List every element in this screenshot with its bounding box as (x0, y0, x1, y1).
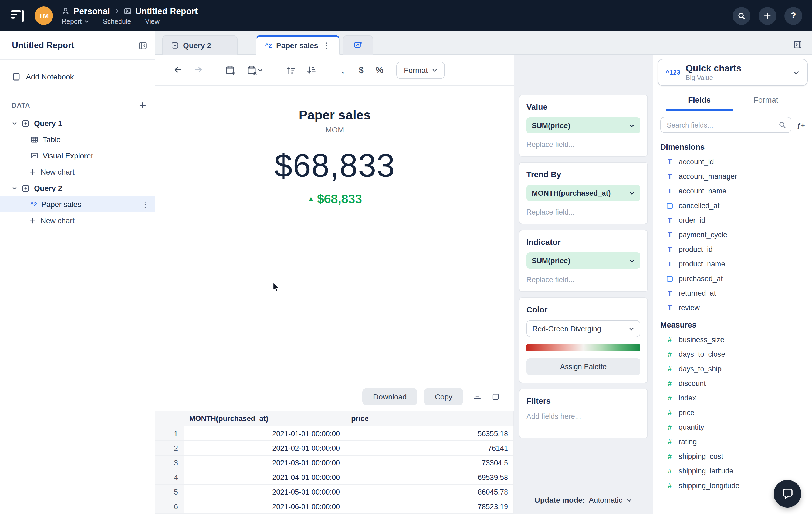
sidebar: Untitled Report Add Notebook DATA (0, 31, 155, 514)
copy-button[interactable]: Copy (424, 388, 463, 405)
tree-new-chart-query2[interactable]: New chart (0, 212, 155, 228)
sort-ascending-button[interactable] (283, 62, 299, 78)
search-button[interactable] (733, 7, 750, 25)
help-button[interactable]: ? (784, 7, 802, 25)
measure-type-icon: # (666, 350, 674, 358)
filters-dropzone[interactable]: Add fields here... (526, 412, 640, 421)
add-notebook-button[interactable]: Add Notebook (0, 69, 155, 85)
collapse-sidebar-icon[interactable] (138, 41, 147, 50)
undo-button[interactable] (170, 62, 186, 78)
tree-query1[interactable]: Query 1 (0, 115, 155, 131)
value-replace-dropzone[interactable]: Replace field... (526, 140, 640, 148)
search-fields-input[interactable] (666, 120, 775, 130)
price-column-header[interactable]: price (346, 411, 514, 426)
date-remove-button[interactable] (243, 62, 267, 78)
field-item[interactable]: #discount (660, 376, 805, 391)
field-item[interactable]: #index (660, 391, 805, 405)
kebab-menu-icon[interactable]: ⋮ (141, 200, 149, 209)
add-button[interactable] (758, 7, 776, 25)
tab-bar: Query 2 ^2 Paper sales ⋮ (155, 31, 812, 55)
query-icon (22, 119, 30, 127)
chat-support-button[interactable] (774, 480, 801, 508)
field-item[interactable]: cancelled_at (660, 198, 805, 213)
date-add-button[interactable] (223, 62, 239, 78)
menu-view[interactable]: View (145, 18, 160, 25)
row-number-cell: 2 (155, 441, 183, 455)
text-type-icon: T (666, 290, 674, 297)
collapse-results-icon[interactable] (473, 392, 482, 401)
tab-query2[interactable]: Query 2 (162, 35, 237, 55)
field-item[interactable]: Treturned_at (660, 286, 805, 300)
field-item[interactable]: Taccount_id (660, 155, 805, 169)
sort-descending-button[interactable] (303, 62, 320, 78)
field-item[interactable]: #shipping_cost (660, 449, 805, 464)
tab-paper-sales[interactable]: ^2 Paper sales ⋮ (256, 35, 340, 55)
text-type-icon: T (666, 304, 674, 312)
app-logo-icon[interactable] (9, 6, 27, 25)
text-type-icon: T (666, 187, 674, 195)
value-field-pill[interactable]: SUM(price) (526, 117, 640, 134)
trend-by-field-pill[interactable]: MONTH(purchased_at) (526, 185, 640, 201)
kebab-menu-icon[interactable]: ⋮ (323, 41, 331, 50)
breadcrumb-report-title[interactable]: Untitled Report (135, 6, 198, 16)
quick-charts-select[interactable]: ^123 Quick charts Big Value (658, 59, 808, 86)
field-item[interactable]: #days_to_close (660, 347, 805, 361)
tree-visual-explorer[interactable]: Visual Explorer (0, 147, 155, 164)
add-formula-button[interactable]: ƒ+ (797, 121, 805, 129)
tab-fields[interactable]: Fields (666, 90, 733, 111)
field-item[interactable]: Tproduct_id (660, 242, 805, 257)
field-item[interactable]: #rating (660, 435, 805, 449)
chevron-down-icon (629, 326, 634, 332)
field-item[interactable]: Tproduct_name (660, 257, 805, 271)
tree-new-chart-query1[interactable]: New chart (0, 164, 155, 180)
field-item[interactable]: Treview (660, 300, 805, 315)
breadcrumb-workspace[interactable]: Personal (74, 6, 110, 16)
tree-table[interactable]: Table (0, 131, 155, 147)
menu-report[interactable]: Report (62, 18, 89, 25)
download-button[interactable]: Download (362, 388, 417, 405)
tab-format[interactable]: Format (733, 90, 799, 111)
add-data-button[interactable] (139, 102, 146, 109)
update-mode-select[interactable]: Automatic (589, 496, 622, 504)
color-card: Color Red-Green Diverging Assign Palette (519, 297, 648, 383)
month-column-header[interactable]: MONTH(purchased_at) (183, 411, 346, 426)
expand-results-icon[interactable] (491, 392, 500, 401)
field-item[interactable]: #business_size (660, 332, 805, 347)
field-item[interactable]: Taccount_name (660, 184, 805, 198)
palette-select[interactable]: Red-Green Diverging (526, 320, 640, 337)
currency-format-button[interactable]: $ (354, 65, 368, 75)
data-tree: Query 1 Table Visual Explorer New chart (0, 115, 155, 228)
tree-query2[interactable]: Query 2 (0, 180, 155, 196)
measure-type-icon: # (666, 438, 674, 446)
indicator-field-pill[interactable]: SUM(price) (526, 252, 640, 269)
chevron-down-icon[interactable] (12, 120, 17, 126)
chevron-down-icon[interactable] (12, 185, 17, 191)
expand-panel-icon[interactable] (793, 40, 802, 49)
tree-paper-sales[interactable]: ^2 Paper sales ⋮ (0, 196, 155, 212)
value-header: Value (526, 102, 640, 111)
field-item[interactable]: #shipping_latitude (660, 464, 805, 478)
text-type-icon: T (666, 260, 674, 268)
field-item[interactable]: #days_to_ship (660, 361, 805, 376)
price-cell: 69539.58 (346, 470, 514, 485)
field-item[interactable]: Torder_id (660, 213, 805, 227)
field-item[interactable]: Taccount_manager (660, 169, 805, 184)
trend-by-replace-dropzone[interactable]: Replace field... (526, 208, 640, 216)
thousands-separator-button[interactable]: , (336, 65, 350, 75)
topbar-actions: ? (733, 7, 802, 25)
field-item[interactable]: Tpayment_cycle (660, 227, 805, 242)
avatar[interactable]: TM (34, 6, 53, 25)
menu-schedule[interactable]: Schedule (103, 18, 131, 25)
percent-format-button[interactable]: % (373, 65, 386, 75)
assign-palette-button[interactable]: Assign Palette (526, 358, 640, 375)
field-item[interactable]: #quantity (660, 420, 805, 435)
format-button[interactable]: Format (396, 61, 445, 79)
field-item[interactable]: #price (660, 405, 805, 420)
measure-type-icon: # (666, 423, 674, 431)
month-cell: 2021-01-01 00:00:00 (183, 426, 346, 441)
field-item[interactable]: purchased_at (660, 271, 805, 286)
new-chart-tab-button[interactable] (343, 35, 373, 55)
indicator-replace-dropzone[interactable]: Replace field... (526, 276, 640, 284)
chevron-down-icon (258, 67, 263, 73)
redo-button[interactable] (190, 62, 206, 78)
